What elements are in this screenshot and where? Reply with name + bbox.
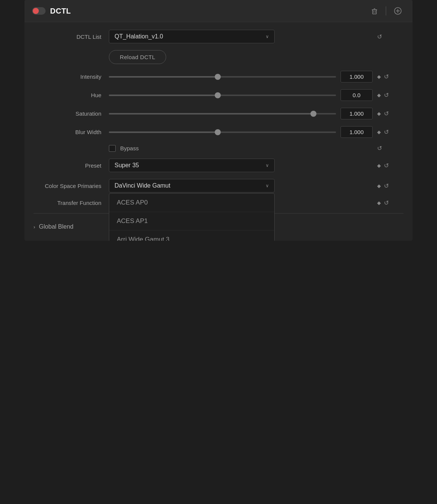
option-arri-wg3[interactable]: Arri Wide Gamut 3 [109, 231, 274, 241]
header-divider [386, 6, 386, 15]
blur-width-slider-container: 1.000 [109, 126, 373, 138]
saturation-control: 1.000 [109, 108, 373, 119]
blur-width-label: Blur Width [34, 129, 109, 135]
preset-label: Preset [34, 162, 109, 169]
preset-value: Super 35 [115, 162, 139, 169]
header-right [368, 5, 405, 17]
reload-control: Reload DCTL [109, 50, 373, 64]
color-space-value: DaVinci Wide Gamut [115, 182, 170, 189]
transfer-function-keyframe[interactable]: ◆ [377, 200, 381, 206]
saturation-label: Saturation [34, 110, 109, 117]
reload-row: Reload DCTL [34, 50, 403, 64]
preset-control: Super 35 ∨ [109, 159, 373, 172]
transfer-function-actions: ◆ ↺ [377, 199, 403, 206]
color-space-label: Color Space Primaries [34, 183, 109, 189]
color-space-dropdown-menu: ACES AP0 ACES AP1 Arri Wide Gamut 3 Arri… [109, 193, 275, 241]
color-space-row: Color Space Primaries DaVinci Wide Gamut… [34, 179, 403, 192]
saturation-slider-thumb[interactable] [310, 111, 316, 117]
intensity-row: Intensity 1.000 ◆ ↺ [34, 71, 403, 82]
transfer-function-reset[interactable]: ↺ [384, 199, 389, 206]
panel-title: DCTL [50, 7, 71, 15]
blur-width-value-input[interactable]: 1.000 [341, 126, 373, 138]
intensity-slider-track[interactable] [109, 76, 336, 78]
add-button[interactable] [391, 5, 405, 17]
trash-icon [371, 7, 378, 15]
bypass-reset[interactable]: ↺ [377, 145, 382, 152]
transfer-function-label: Transfer Function [34, 200, 109, 206]
saturation-slider-fill [109, 113, 313, 115]
preset-dropdown[interactable]: Super 35 ∨ [109, 159, 275, 172]
color-space-dropdown[interactable]: DaVinci Wide Gamut ∨ [109, 179, 275, 192]
color-space-reset[interactable]: ↺ [384, 182, 389, 189]
intensity-slider-thumb[interactable] [215, 74, 221, 80]
option-aces-ap0[interactable]: ACES AP0 [109, 194, 274, 212]
blur-width-slider-thumb[interactable] [215, 129, 221, 135]
bypass-label: Bypass [120, 145, 139, 151]
add-icon [394, 7, 402, 15]
hue-actions: ◆ ↺ [377, 92, 403, 99]
intensity-keyframe[interactable]: ◆ [377, 74, 381, 79]
color-space-arrow: ∨ [266, 183, 269, 188]
intensity-value-input[interactable]: 1.000 [341, 71, 373, 82]
dctl-list-label: DCTL List [34, 34, 109, 40]
preset-row: Preset Super 35 ∨ ◆ ↺ [34, 159, 403, 172]
saturation-row: Saturation 1.000 ◆ ↺ [34, 108, 403, 119]
intensity-reset[interactable]: ↺ [384, 73, 389, 80]
saturation-reset[interactable]: ↺ [384, 110, 389, 117]
reload-button[interactable]: Reload DCTL [109, 50, 166, 64]
hue-value-input[interactable]: 0.0 [341, 89, 373, 101]
dctl-list-reset[interactable]: ↺ [377, 33, 382, 40]
color-space-control: DaVinci Wide Gamut ∨ ACES AP0 ACES AP1 A… [109, 179, 373, 192]
blur-width-slider-fill [109, 131, 218, 133]
panel-header: DCTL [24, 0, 413, 22]
saturation-actions: ◆ ↺ [377, 110, 403, 117]
blur-width-row: Blur Width 1.000 ◆ ↺ [34, 126, 403, 138]
intensity-control: 1.000 [109, 71, 373, 82]
preset-arrow: ∨ [266, 163, 269, 168]
saturation-value-input[interactable]: 1.000 [341, 108, 373, 119]
intensity-slider-container: 1.000 [109, 71, 373, 82]
global-blend-label: Global Blend [39, 223, 73, 230]
saturation-slider-track[interactable] [109, 113, 336, 115]
dctl-list-actions: ↺ [377, 33, 403, 40]
intensity-actions: ◆ ↺ [377, 73, 403, 80]
hue-slider-track[interactable] [109, 95, 336, 96]
hue-control: 0.0 [109, 89, 373, 101]
hue-slider-container: 0.0 [109, 89, 373, 101]
dctl-list-dropdown[interactable]: QT_Halation_v1.0 ∨ [109, 30, 275, 43]
option-aces-ap1[interactable]: ACES AP1 [109, 212, 274, 231]
preset-keyframe[interactable]: ◆ [377, 163, 381, 168]
blur-width-slider-track[interactable] [109, 131, 336, 133]
blur-width-keyframe[interactable]: ◆ [377, 129, 381, 135]
saturation-keyframe[interactable]: ◆ [377, 111, 381, 116]
bypass-checkbox[interactable] [109, 145, 116, 152]
enable-toggle[interactable] [32, 7, 46, 15]
hue-keyframe[interactable]: ◆ [377, 92, 381, 98]
global-blend-chevron: › [34, 224, 35, 230]
hue-row: Hue 0.0 ◆ ↺ [34, 89, 403, 101]
dctl-panel: DCTL [24, 0, 413, 241]
intensity-slider-fill [109, 76, 218, 78]
dctl-list-control: QT_Halation_v1.0 ∨ [109, 30, 373, 43]
bypass-row: Bypass ↺ [34, 145, 403, 152]
dctl-list-value: QT_Halation_v1.0 [115, 33, 163, 40]
bypass-control: Bypass [109, 145, 373, 152]
toggle-dot [33, 8, 39, 14]
header-left: DCTL [32, 7, 71, 15]
hue-slider-fill [109, 95, 218, 96]
hue-reset[interactable]: ↺ [384, 92, 389, 99]
bypass-actions: ↺ [377, 145, 403, 152]
preset-reset[interactable]: ↺ [384, 162, 389, 169]
color-space-keyframe[interactable]: ◆ [377, 183, 381, 189]
blur-width-reset[interactable]: ↺ [384, 128, 389, 136]
hue-label: Hue [34, 92, 109, 98]
delete-button[interactable] [368, 6, 381, 16]
preset-actions: ◆ ↺ [377, 162, 403, 169]
svg-rect-0 [373, 10, 376, 14]
hue-slider-thumb[interactable] [215, 92, 221, 98]
color-space-actions: ◆ ↺ [377, 182, 403, 189]
dctl-list-arrow: ∨ [266, 34, 269, 39]
intensity-label: Intensity [34, 73, 109, 80]
panel-content: DCTL List QT_Halation_v1.0 ∨ ↺ Reload DC… [24, 22, 413, 241]
blur-width-actions: ◆ ↺ [377, 128, 403, 136]
